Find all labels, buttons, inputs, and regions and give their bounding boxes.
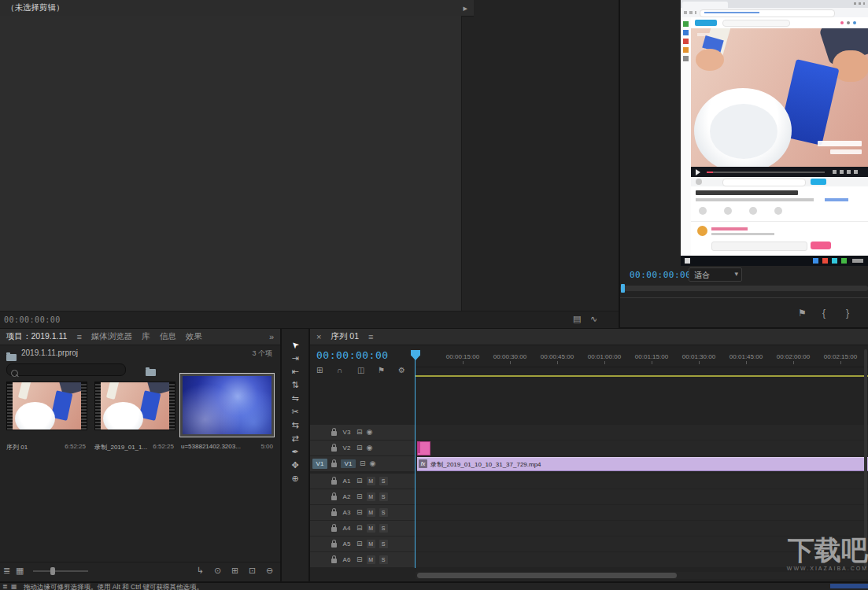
pen-tool[interactable]: ✒ xyxy=(286,445,305,459)
nest-toggle-button[interactable] xyxy=(316,367,323,374)
new-bin-button[interactable] xyxy=(231,566,238,575)
clip-v2-small[interactable] xyxy=(417,441,430,455)
rate-stretch-tool[interactable]: ⇋ xyxy=(286,392,305,405)
track-visibility-icon[interactable] xyxy=(370,460,376,467)
source-patch-slot[interactable] xyxy=(312,476,327,486)
solo-button[interactable]: S xyxy=(379,524,388,533)
time-ruler[interactable]: 00:00:15:00 00:00:30:00 00:00:45:00 00:0… xyxy=(416,349,868,367)
mark-in-button[interactable] xyxy=(822,308,826,318)
find-button[interactable] xyxy=(214,566,221,575)
media-item-name[interactable]: 序列 01 xyxy=(6,443,28,452)
panel-menu-icon[interactable] xyxy=(76,333,81,341)
sync-lock-icon[interactable] xyxy=(356,509,363,516)
program-timecode[interactable]: 00:00:00:00 xyxy=(630,270,691,280)
mark-out-button[interactable] xyxy=(846,308,849,318)
panel-overflow-icon[interactable] xyxy=(463,4,467,13)
source-patch-v1[interactable]: V1 xyxy=(312,459,327,469)
tab-media-browser[interactable]: 媒体浏览器 xyxy=(91,331,133,342)
mute-button[interactable]: M xyxy=(367,555,375,564)
clip-v1-video[interactable]: fx 录制_2019_01_10_10_31_37_729.mp4 xyxy=(417,457,868,471)
drag-video-icon[interactable] xyxy=(573,315,581,323)
sync-lock-icon[interactable] xyxy=(356,444,363,452)
mute-button[interactable]: M xyxy=(367,477,375,485)
slip-tool[interactable]: ⇆ xyxy=(286,419,305,432)
track-lock-icon[interactable] xyxy=(331,559,337,563)
rolling-edit-tool[interactable]: ⇅ xyxy=(286,378,305,392)
h-scrollbar-handle[interactable] xyxy=(417,573,677,578)
media-item-image-selected[interactable] xyxy=(180,374,274,437)
zoom-slider-track[interactable] xyxy=(33,570,88,572)
razor-tool[interactable]: ✂ xyxy=(286,405,305,419)
slide-tool[interactable]: ⇄ xyxy=(286,432,305,445)
track-lock-icon[interactable] xyxy=(331,480,337,485)
program-playhead-handle[interactable] xyxy=(621,284,625,293)
media-item-recording[interactable] xyxy=(94,382,175,430)
source-patch-slot[interactable] xyxy=(312,443,327,453)
panel-overflow-icon[interactable] xyxy=(269,333,274,341)
tab-sequence[interactable]: 序列 01 xyxy=(331,331,359,342)
media-item-name[interactable]: u=538821402.3203... xyxy=(181,443,241,450)
track-lock-icon[interactable] xyxy=(331,527,337,532)
mute-button[interactable]: M xyxy=(367,492,375,501)
search-bin-icon[interactable] xyxy=(146,369,156,376)
solo-button[interactable]: S xyxy=(379,508,388,517)
track-lane-a5[interactable] xyxy=(416,537,868,551)
solo-button[interactable]: S xyxy=(379,540,388,548)
project-file-name[interactable]: 2019.1.11.prproj xyxy=(21,348,78,357)
delete-button[interactable] xyxy=(266,566,273,575)
track-lane-a1[interactable] xyxy=(416,474,868,489)
media-item-sequence[interactable] xyxy=(6,382,87,430)
sync-lock-icon[interactable] xyxy=(356,429,363,436)
sync-lock-icon[interactable] xyxy=(356,525,363,532)
sync-lock-icon[interactable] xyxy=(356,478,363,485)
source-patch-slot[interactable] xyxy=(312,523,327,533)
zoom-slider-handle[interactable] xyxy=(50,567,55,575)
mute-button[interactable]: M xyxy=(367,524,375,533)
track-lane-v2[interactable] xyxy=(416,441,868,455)
track-visibility-icon[interactable] xyxy=(367,444,373,452)
sync-lock-icon[interactable] xyxy=(360,460,366,467)
project-root-folder-icon[interactable] xyxy=(6,354,17,361)
list-view-button[interactable] xyxy=(3,566,10,575)
track-lane-a4[interactable] xyxy=(416,521,868,536)
source-patch-slot[interactable] xyxy=(312,507,327,518)
solo-button[interactable]: S xyxy=(379,555,388,564)
tab-effects[interactable]: 效果 xyxy=(186,331,202,342)
track-lock-icon[interactable] xyxy=(331,447,337,452)
timeline-settings-button[interactable] xyxy=(398,367,405,374)
add-marker-button[interactable] xyxy=(378,367,385,374)
source-patch-slot[interactable] xyxy=(312,539,327,549)
sync-lock-icon[interactable] xyxy=(356,540,363,548)
mute-button[interactable]: M xyxy=(367,540,375,548)
ripple-edit-tool[interactable]: ⇤ xyxy=(286,365,305,378)
track-lock-icon[interactable] xyxy=(331,431,337,436)
new-item-button[interactable] xyxy=(249,566,256,575)
v-scrollbar[interactable] xyxy=(864,349,867,568)
drag-audio-icon[interactable] xyxy=(590,315,597,323)
zoom-tool[interactable]: ⊕ xyxy=(286,472,305,485)
search-input[interactable] xyxy=(6,363,126,376)
source-patch-slot[interactable] xyxy=(312,555,327,565)
tab-info[interactable]: 信息 xyxy=(160,331,176,342)
program-scrubber[interactable] xyxy=(620,286,868,291)
icon-view-button[interactable] xyxy=(16,566,24,575)
track-lock-icon[interactable] xyxy=(331,543,337,548)
source-patch-slot[interactable] xyxy=(312,492,327,502)
track-lock-icon[interactable] xyxy=(331,511,337,516)
sync-lock-icon[interactable] xyxy=(356,493,363,500)
snap-button[interactable] xyxy=(337,367,342,374)
linked-selection-button[interactable] xyxy=(357,367,364,374)
track-lane-a2[interactable] xyxy=(416,489,868,504)
zoom-level-select[interactable]: 适合 xyxy=(689,267,742,282)
source-patch-slot[interactable] xyxy=(312,427,327,437)
track-lock-icon[interactable] xyxy=(331,496,337,500)
timeline-timecode[interactable]: 00:00:00:00 xyxy=(316,349,389,361)
tab-libraries[interactable]: 库 xyxy=(142,331,150,342)
tab-source-clip[interactable]: （未选择剪辑） xyxy=(6,2,65,13)
solo-button[interactable]: S xyxy=(379,492,388,501)
track-lock-icon[interactable] xyxy=(331,463,337,467)
tab-project[interactable]: 项目：2019.1.11 xyxy=(6,331,67,342)
solo-button[interactable]: S xyxy=(379,477,388,485)
track-lane-v3[interactable] xyxy=(416,425,868,440)
automate-to-sequence-button[interactable] xyxy=(197,566,204,575)
